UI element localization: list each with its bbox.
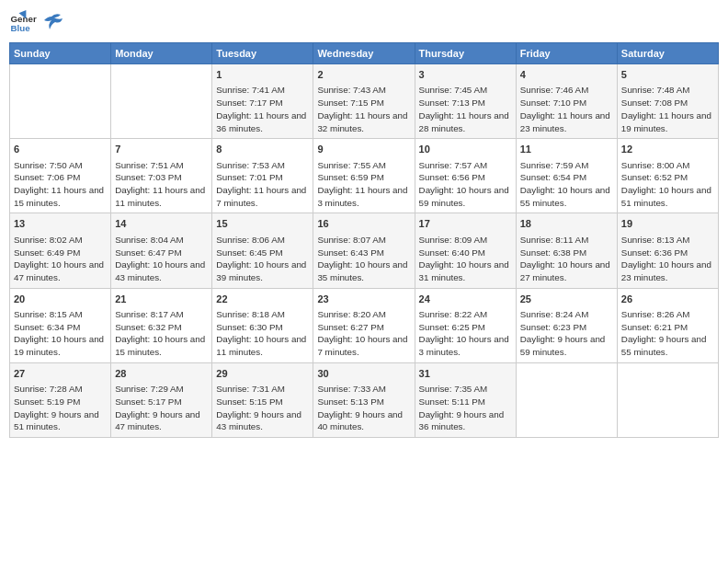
day-number: 2: [317, 68, 410, 82]
calendar-cell: 16Sunrise: 8:07 AM Sunset: 6:43 PM Dayli…: [313, 213, 415, 288]
day-info: Sunrise: 7:28 AM Sunset: 5:19 PM Dayligh…: [14, 383, 107, 433]
calendar-cell: 4Sunrise: 7:46 AM Sunset: 7:10 PM Daylig…: [516, 64, 617, 139]
svg-text:Blue: Blue: [11, 23, 31, 33]
calendar-cell: 9Sunrise: 7:55 AM Sunset: 6:59 PM Daylig…: [313, 139, 415, 213]
day-number: 29: [216, 367, 309, 381]
day-info: Sunrise: 8:02 AM Sunset: 6:49 PM Dayligh…: [14, 234, 107, 284]
day-number: 31: [419, 367, 512, 381]
calendar-cell: 26Sunrise: 8:26 AM Sunset: 6:21 PM Dayli…: [617, 288, 718, 362]
day-info: Sunrise: 7:45 AM Sunset: 7:13 PM Dayligh…: [419, 84, 512, 134]
day-number: 5: [621, 68, 714, 82]
calendar-cell: [516, 362, 617, 437]
day-number: 12: [621, 143, 714, 156]
logo: General Blue: [9, 9, 63, 37]
day-info: Sunrise: 8:26 AM Sunset: 6:21 PM Dayligh…: [621, 308, 714, 359]
day-number: 21: [115, 293, 208, 306]
calendar-cell: 7Sunrise: 7:51 AM Sunset: 7:03 PM Daylig…: [111, 139, 212, 213]
calendar-cell: [10, 64, 111, 139]
calendar-cell: 1Sunrise: 7:41 AM Sunset: 7:17 PM Daylig…: [212, 64, 313, 139]
calendar-cell: 13Sunrise: 8:02 AM Sunset: 6:49 PM Dayli…: [10, 213, 111, 288]
calendar-cell: 30Sunrise: 7:33 AM Sunset: 5:13 PM Dayli…: [313, 362, 415, 437]
calendar-cell: [617, 362, 718, 437]
day-info: Sunrise: 7:50 AM Sunset: 7:06 PM Dayligh…: [14, 159, 107, 210]
calendar-cell: 25Sunrise: 8:24 AM Sunset: 6:23 PM Dayli…: [516, 288, 617, 362]
calendar-week-1: 1Sunrise: 7:41 AM Sunset: 7:17 PM Daylig…: [10, 64, 719, 139]
day-number: 7: [115, 143, 208, 156]
day-info: Sunrise: 8:15 AM Sunset: 6:34 PM Dayligh…: [14, 308, 107, 359]
day-info: Sunrise: 7:48 AM Sunset: 7:08 PM Dayligh…: [621, 84, 714, 134]
day-number: 3: [419, 68, 512, 82]
calendar-cell: 27Sunrise: 7:28 AM Sunset: 5:19 PM Dayli…: [10, 362, 111, 437]
calendar-week-2: 6Sunrise: 7:50 AM Sunset: 7:06 PM Daylig…: [10, 139, 719, 213]
calendar-cell: 19Sunrise: 8:13 AM Sunset: 6:36 PM Dayli…: [617, 213, 718, 288]
calendar-cell: 15Sunrise: 8:06 AM Sunset: 6:45 PM Dayli…: [212, 213, 313, 288]
day-number: 4: [520, 68, 613, 82]
column-header-saturday: Saturday: [617, 43, 718, 64]
day-info: Sunrise: 7:43 AM Sunset: 7:15 PM Dayligh…: [317, 84, 410, 134]
day-number: 25: [520, 293, 613, 306]
calendar-cell: 12Sunrise: 8:00 AM Sunset: 6:52 PM Dayli…: [617, 139, 718, 213]
day-info: Sunrise: 8:09 AM Sunset: 6:40 PM Dayligh…: [419, 234, 512, 284]
day-info: Sunrise: 7:35 AM Sunset: 5:11 PM Dayligh…: [419, 383, 512, 433]
day-number: 26: [621, 293, 714, 306]
day-info: Sunrise: 8:11 AM Sunset: 6:38 PM Dayligh…: [520, 234, 613, 284]
day-number: 18: [520, 217, 613, 231]
day-info: Sunrise: 8:13 AM Sunset: 6:36 PM Dayligh…: [621, 234, 714, 284]
calendar-cell: 20Sunrise: 8:15 AM Sunset: 6:34 PM Dayli…: [10, 288, 111, 362]
day-number: 11: [520, 143, 613, 156]
calendar-cell: 24Sunrise: 8:22 AM Sunset: 6:25 PM Dayli…: [415, 288, 516, 362]
day-info: Sunrise: 8:00 AM Sunset: 6:52 PM Dayligh…: [621, 159, 714, 210]
day-info: Sunrise: 8:07 AM Sunset: 6:43 PM Dayligh…: [317, 234, 410, 284]
day-number: 17: [419, 217, 512, 231]
day-info: Sunrise: 7:51 AM Sunset: 7:03 PM Dayligh…: [115, 159, 208, 210]
calendar-cell: 23Sunrise: 8:20 AM Sunset: 6:27 PM Dayli…: [313, 288, 415, 362]
calendar-cell: 21Sunrise: 8:17 AM Sunset: 6:32 PM Dayli…: [111, 288, 212, 362]
calendar-week-5: 27Sunrise: 7:28 AM Sunset: 5:19 PM Dayli…: [10, 362, 719, 437]
day-info: Sunrise: 8:17 AM Sunset: 6:32 PM Dayligh…: [115, 308, 208, 359]
column-header-tuesday: Tuesday: [212, 43, 313, 64]
day-number: 22: [216, 293, 309, 306]
day-number: 30: [317, 367, 410, 381]
calendar-cell: 5Sunrise: 7:48 AM Sunset: 7:08 PM Daylig…: [617, 64, 718, 139]
calendar-cell: 18Sunrise: 8:11 AM Sunset: 6:38 PM Dayli…: [516, 213, 617, 288]
day-number: 15: [216, 217, 309, 231]
day-number: 8: [216, 143, 309, 156]
day-info: Sunrise: 8:06 AM Sunset: 6:45 PM Dayligh…: [216, 234, 309, 284]
page-header: General Blue: [9, 9, 719, 37]
day-number: 27: [14, 367, 107, 381]
column-header-friday: Friday: [516, 43, 617, 64]
column-header-thursday: Thursday: [415, 43, 516, 64]
day-info: Sunrise: 7:29 AM Sunset: 5:17 PM Dayligh…: [115, 383, 208, 433]
day-number: 16: [317, 217, 410, 231]
day-info: Sunrise: 7:41 AM Sunset: 7:17 PM Dayligh…: [216, 84, 309, 134]
calendar-week-4: 20Sunrise: 8:15 AM Sunset: 6:34 PM Dayli…: [10, 288, 719, 362]
calendar-cell: 31Sunrise: 7:35 AM Sunset: 5:11 PM Dayli…: [415, 362, 516, 437]
day-info: Sunrise: 7:59 AM Sunset: 6:54 PM Dayligh…: [520, 159, 613, 210]
calendar-week-3: 13Sunrise: 8:02 AM Sunset: 6:49 PM Dayli…: [10, 213, 719, 288]
calendar-cell: 3Sunrise: 7:45 AM Sunset: 7:13 PM Daylig…: [415, 64, 516, 139]
day-number: 20: [14, 293, 107, 306]
day-number: 1: [216, 68, 309, 82]
calendar-cell: [111, 64, 212, 139]
calendar-cell: 6Sunrise: 7:50 AM Sunset: 7:06 PM Daylig…: [10, 139, 111, 213]
day-number: 14: [115, 217, 208, 231]
day-info: Sunrise: 8:24 AM Sunset: 6:23 PM Dayligh…: [520, 308, 613, 359]
day-number: 13: [14, 217, 107, 231]
calendar-cell: 17Sunrise: 8:09 AM Sunset: 6:40 PM Dayli…: [415, 213, 516, 288]
day-number: 9: [317, 143, 410, 156]
column-header-wednesday: Wednesday: [313, 43, 415, 64]
calendar-cell: 22Sunrise: 8:18 AM Sunset: 6:30 PM Dayli…: [212, 288, 313, 362]
logo-icon: General Blue: [9, 9, 37, 37]
day-number: 19: [621, 217, 714, 231]
logo-bird-icon: [44, 13, 63, 33]
day-info: Sunrise: 8:20 AM Sunset: 6:27 PM Dayligh…: [317, 308, 410, 359]
day-number: 24: [419, 293, 512, 306]
day-info: Sunrise: 8:22 AM Sunset: 6:25 PM Dayligh…: [419, 308, 512, 359]
day-info: Sunrise: 8:18 AM Sunset: 6:30 PM Dayligh…: [216, 308, 309, 359]
header-row: SundayMondayTuesdayWednesdayThursdayFrid…: [10, 43, 719, 64]
day-number: 23: [317, 293, 410, 306]
day-info: Sunrise: 7:46 AM Sunset: 7:10 PM Dayligh…: [520, 84, 613, 134]
calendar-cell: 8Sunrise: 7:53 AM Sunset: 7:01 PM Daylig…: [212, 139, 313, 213]
day-number: 6: [14, 143, 107, 156]
calendar-cell: 10Sunrise: 7:57 AM Sunset: 6:56 PM Dayli…: [415, 139, 516, 213]
